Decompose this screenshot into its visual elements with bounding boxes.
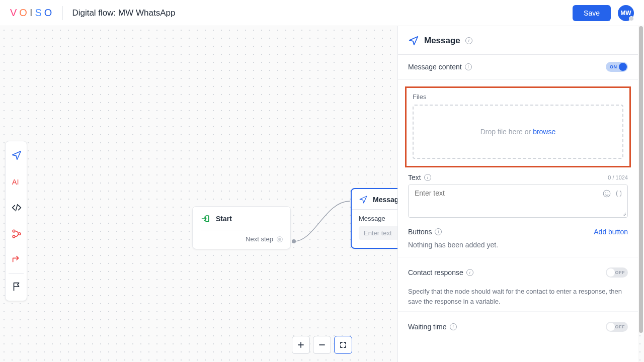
- info-icon[interactable]: i: [465, 37, 472, 44]
- text-section: Text i 0 / 1024: [398, 167, 638, 220]
- edge-start-to-message: [290, 199, 355, 244]
- text-input-wrap: [408, 185, 628, 218]
- contact-response-toggle[interactable]: OFF: [606, 267, 628, 278]
- avatar[interactable]: MW: [618, 5, 634, 21]
- contact-response-description: Specify that the node should wait for th…: [408, 287, 628, 306]
- buttons-empty-text: Nothing has been added yet.: [408, 241, 628, 249]
- emoji-icon[interactable]: [602, 189, 611, 198]
- waiting-time-section: Waiting time i OFF: [398, 311, 638, 342]
- info-icon[interactable]: i: [424, 174, 431, 181]
- send-icon: [359, 195, 368, 204]
- buttons-label: Buttons i: [408, 228, 442, 236]
- files-section-highlight: Files Drop file here or browse: [405, 86, 631, 167]
- node-start-output[interactable]: Next step: [201, 235, 282, 243]
- text-counter: 0 / 1024: [608, 174, 628, 180]
- ai-icon: AI: [11, 176, 22, 187]
- svg-point-6: [603, 190, 610, 197]
- fullscreen-icon: [339, 341, 347, 349]
- output-port[interactable]: [277, 237, 282, 242]
- properties-panel: Message i Message content i ON Files Dro…: [397, 26, 638, 362]
- variable-icon[interactable]: [614, 189, 623, 198]
- tool-ai[interactable]: AI: [7, 168, 27, 195]
- text-input[interactable]: [409, 185, 627, 217]
- svg-point-1: [13, 230, 15, 232]
- info-icon[interactable]: i: [466, 269, 473, 276]
- minus-icon: [318, 341, 326, 349]
- svg-point-3: [18, 233, 21, 235]
- text-label: Text i: [408, 173, 431, 182]
- app-header: VOISO Digital flow: MW WhatsApp Save MW: [0, 0, 644, 26]
- branch-icon: [11, 228, 22, 239]
- resize-handle[interactable]: [621, 211, 626, 216]
- node-start-label: Start: [216, 215, 232, 223]
- zoom-fit-button[interactable]: [334, 336, 352, 354]
- zoom-controls: [292, 336, 352, 354]
- waiting-time-label: Waiting time i: [408, 323, 457, 331]
- page-title: Digital flow: MW WhatsApp: [72, 8, 175, 18]
- tool-code[interactable]: [7, 195, 27, 221]
- svg-point-8: [608, 193, 609, 194]
- message-content-toggle[interactable]: ON: [606, 62, 628, 72]
- node-start-header: Start: [201, 214, 282, 224]
- contact-response-section: Contact response i OFF Specify that the …: [398, 257, 638, 311]
- scrollbar[interactable]: [639, 26, 643, 362]
- tool-message[interactable]: [7, 142, 27, 168]
- svg-point-7: [605, 193, 606, 194]
- buttons-section: Buttons i Add button Nothing has been ad…: [398, 220, 638, 257]
- code-icon: [11, 202, 22, 213]
- logo: VOISO: [10, 7, 53, 19]
- svg-text:AI: AI: [12, 178, 19, 186]
- redirect-icon: [11, 254, 22, 265]
- message-content-label: Message content i: [408, 63, 472, 71]
- add-button-link[interactable]: Add button: [594, 228, 628, 236]
- save-button[interactable]: Save: [573, 5, 611, 21]
- header-divider: [62, 6, 63, 20]
- info-icon[interactable]: i: [435, 228, 442, 235]
- node-start[interactable]: Start Next step: [192, 206, 291, 249]
- message-content-section: Message content i ON: [398, 55, 638, 79]
- tool-branch[interactable]: [7, 221, 27, 247]
- start-icon: [201, 214, 211, 224]
- zoom-out-button[interactable]: [313, 336, 331, 354]
- scrollbar-thumb[interactable]: [639, 26, 643, 333]
- flag-icon: [11, 281, 22, 292]
- panel-title: Message: [424, 36, 460, 46]
- tool-flag[interactable]: [7, 274, 27, 300]
- file-dropzone[interactable]: Drop file here or browse: [413, 105, 623, 159]
- contact-response-label: Contact response i: [408, 268, 473, 277]
- zoom-in-button[interactable]: [292, 336, 310, 354]
- send-icon: [11, 150, 22, 161]
- node-palette: AI: [5, 141, 27, 301]
- waiting-time-toggle[interactable]: OFF: [606, 322, 628, 332]
- plus-icon: [297, 341, 305, 349]
- browse-link[interactable]: browse: [533, 128, 555, 136]
- panel-header: Message i: [398, 26, 638, 55]
- info-icon[interactable]: i: [465, 63, 472, 70]
- tool-redirect[interactable]: [7, 247, 27, 273]
- info-icon[interactable]: i: [450, 323, 457, 330]
- svg-point-2: [13, 235, 15, 238]
- svg-point-4: [292, 239, 296, 243]
- send-icon: [408, 35, 419, 46]
- files-label: Files: [413, 93, 623, 101]
